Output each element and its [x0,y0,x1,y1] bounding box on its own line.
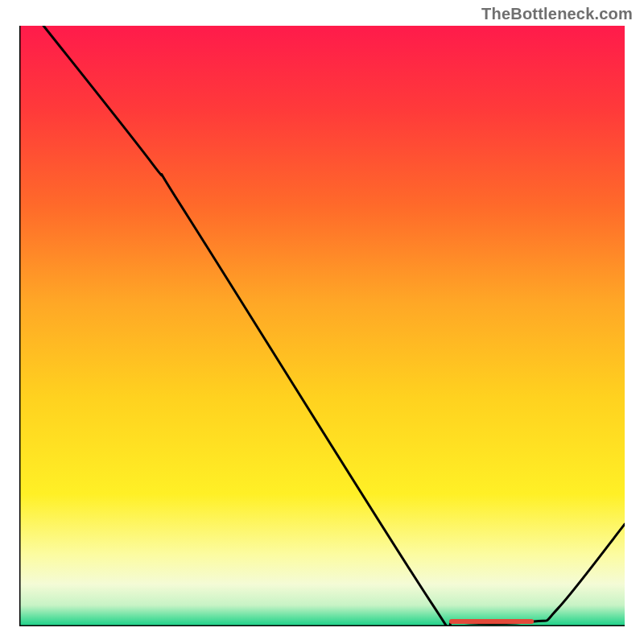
flat-segment-marker [449,619,534,624]
chart-stage: TheBottleneck.com [0,0,644,644]
gradient-background [19,26,625,626]
chart-svg [19,26,625,626]
plot-frame [19,26,625,626]
watermark-text: TheBottleneck.com [481,5,633,23]
